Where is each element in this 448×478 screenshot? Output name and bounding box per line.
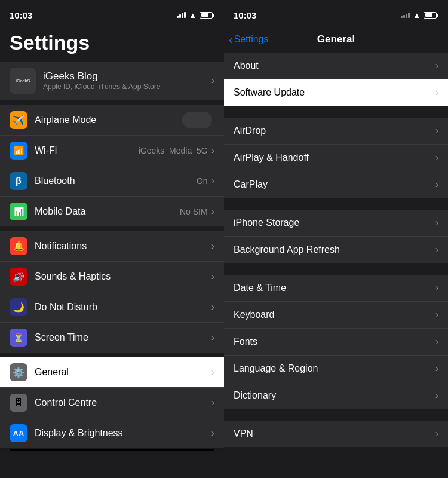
fonts-chevron: › [435,336,438,347]
right-item-bgrefresh[interactable]: Background App Refresh › [224,237,448,263]
wifi-value: iGeeks_Media_5G [139,146,208,155]
vpn-label: VPN [234,428,435,439]
vpn-chevron: › [435,428,438,439]
sounds-label: Sounds & Haptics [35,271,211,282]
left-panel: 10:03 ▲ Settings iGeekS iGeeks Blog [0,0,224,478]
datetime-label: Date & Time [234,283,435,293]
general-icon: ⚙️ [10,363,27,381]
language-label: Language & Region [234,363,435,374]
divider-1 [224,106,448,118]
settings-item-airplane[interactable]: ✈️ Airplane Mode [0,105,224,136]
displaybrightness-label: Display & Brightness [35,428,211,439]
back-button[interactable]: ‹ Settings [229,33,268,47]
controlcentre-label: Control Centre [35,397,211,408]
right-item-dictionary[interactable]: Dictionary › [224,382,448,409]
section-locale: Date & Time › Keyboard › Fonts › Languag… [224,275,448,409]
bluetooth-icon: β [10,172,27,190]
right-item-language[interactable]: Language & Region › [224,356,448,382]
screentime-chevron: › [211,332,214,343]
airdrop-chevron: › [435,125,438,136]
iphonestorage-label: iPhone Storage [234,217,435,228]
donotdisturb-icon: 🌙 [10,298,27,316]
status-bar-left: 10:03 ▲ [0,0,224,26]
right-item-airdrop[interactable]: AirDrop › [224,118,448,145]
carplay-chevron: › [435,179,438,190]
airplane-label: Airplane Mode [35,115,182,125]
right-item-softwareupdate[interactable]: Software Update › [224,79,448,106]
signal-icon-right [401,13,410,18]
bgrefresh-label: Background App Refresh [234,244,435,255]
airdrop-label: AirDrop [234,125,435,136]
right-item-iphonestorage[interactable]: iPhone Storage › [224,210,448,237]
mobile-value: No SIM [180,207,208,216]
settings-item-sounds[interactable]: 🔊 Sounds & Haptics › [0,262,224,292]
status-bar-right: 10:03 ▲ [224,0,448,26]
right-item-about[interactable]: About › [224,53,448,79]
right-item-vpn[interactable]: VPN › [224,421,448,447]
battery-icon [200,12,214,19]
divider-4 [224,409,448,421]
language-chevron: › [435,363,438,374]
datetime-chevron: › [435,283,438,293]
settings-item-donotdisturb[interactable]: 🌙 Do Not Disturb › [0,292,224,323]
donotdisturb-chevron: › [211,302,214,312]
right-item-datetime[interactable]: Date & Time › [224,275,448,302]
right-item-carplay[interactable]: CarPlay › [224,171,448,198]
right-panel: 10:03 ▲ ‹ Settings General [224,0,448,478]
settings-item-mobile[interactable]: 📊 Mobile Data No SIM › [0,197,224,226]
back-chevron-icon: ‹ [229,33,233,47]
carplay-label: CarPlay [234,179,435,190]
settings-item-bluetooth[interactable]: β Bluetooth On › [0,166,224,197]
displaybrightness-chevron: › [211,428,214,439]
about-label: About [234,60,435,71]
settings-item-controlcentre[interactable]: 🎛 Control Centre › [0,388,224,418]
settings-group-notifications: 🔔 Notifications › 🔊 Sounds & Haptics › 🌙… [0,231,224,353]
iphonestorage-chevron: › [435,217,438,228]
wifi-icon: ▲ [189,11,197,20]
airplane-toggle[interactable] [182,112,212,128]
keyboard-label: Keyboard [234,310,435,320]
nav-title: General [317,33,355,45]
notifications-icon: 🔔 [10,237,27,255]
mobile-icon: 📊 [10,203,27,220]
general-chevron: › [211,367,214,378]
notifications-chevron: › [211,241,214,252]
softwareupdate-label: Software Update [234,87,435,98]
dictionary-label: Dictionary [234,390,435,401]
nav-bar: ‹ Settings General [224,26,448,53]
status-icons-left: ▲ [177,11,214,20]
profile-row[interactable]: iGeekS iGeeks Blog Apple ID, iCloud, iTu… [0,62,224,100]
displaybrightness-icon: AA [10,424,27,442]
time-right: 10:03 [234,10,256,20]
keyboard-chevron: › [435,310,438,320]
airplay-chevron: › [435,152,438,163]
underline-indicator [10,449,214,451]
general-label: General [35,367,211,378]
settings-group-connectivity: ✈️ Airplane Mode 📶 Wi-Fi iGeeks_Media_5G… [0,105,224,226]
wifi-settings-icon: 📶 [10,142,27,160]
profile-chevron: › [211,75,214,86]
battery-icon-right [424,12,438,19]
settings-item-wifi[interactable]: 📶 Wi-Fi iGeeks_Media_5G › [0,136,224,166]
profile-name: iGeeks Blog [43,71,211,82]
settings-item-notifications[interactable]: 🔔 Notifications › [0,231,224,262]
settings-item-displaybrightness[interactable]: AA Display & Brightness › [0,418,224,449]
sounds-icon: 🔊 [10,268,27,286]
screentime-icon: ⏳ [10,329,27,347]
controlcentre-chevron: › [211,397,214,408]
settings-item-general[interactable]: ⚙️ General › [0,357,224,388]
wifi-chevron: › [211,145,214,156]
right-item-fonts[interactable]: Fonts › [224,329,448,356]
right-item-airplay[interactable]: AirPlay & Handoff › [224,145,448,171]
right-item-keyboard[interactable]: Keyboard › [224,302,448,329]
airplane-icon: ✈️ [10,111,27,129]
airplay-label: AirPlay & Handoff [234,152,435,163]
sounds-chevron: › [211,271,214,282]
bluetooth-chevron: › [211,176,214,186]
settings-item-screentime[interactable]: ⏳ Screen Time › [0,323,224,353]
mobile-label: Mobile Data [35,206,180,217]
about-chevron: › [435,60,438,71]
screentime-label: Screen Time [35,332,211,343]
mobile-chevron: › [211,206,214,217]
settings-group-display: ⚙️ General › 🎛 Control Centre › AA Displ… [0,357,224,451]
